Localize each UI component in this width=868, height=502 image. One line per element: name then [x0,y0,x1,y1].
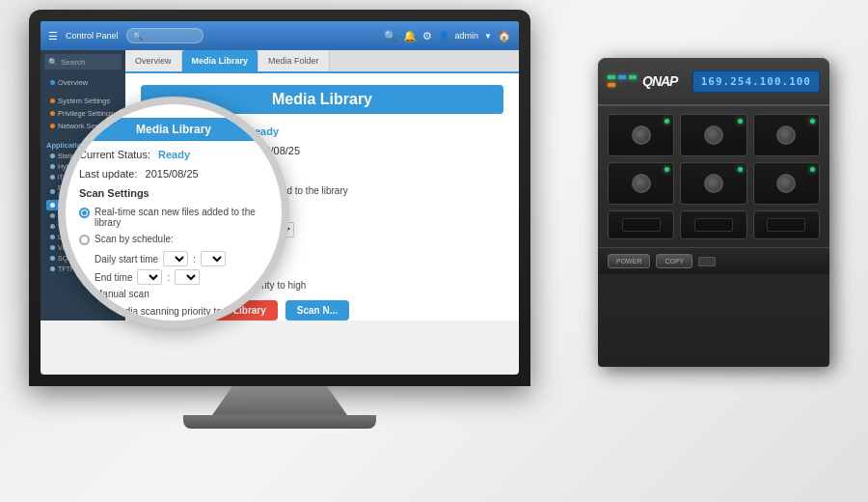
nas-led-hdd [629,75,637,79]
nas-bay-4-knob[interactable] [632,174,651,193]
nas-bay-6-led [810,167,815,172]
admin-label: admin [455,31,479,41]
tab-media-library[interactable]: Media Library [182,50,259,71]
mag-end-hour[interactable]: -- [137,269,162,285]
mag-radio-schedule-btn[interactable] [79,235,90,245]
sidebar-item-overview[interactable]: Overview [46,76,120,89]
nas-bay-4 [608,162,674,205]
nas-bay-2-knob[interactable] [704,126,723,145]
mag-status-value: Ready [158,149,190,160]
nas-bay-6-knob[interactable] [776,174,796,193]
nas-led-lan [618,75,626,79]
mag-update-label: Last update: [79,168,138,180]
nas-led-usb [608,83,615,87]
sidebar-item-system-settings[interactable]: System Settings [46,95,120,107]
nas-bay-4-led [665,167,669,172]
mag-start-hour[interactable]: 00 [163,251,188,266]
nas-copy-button[interactable]: COPY [656,254,692,268]
mag-end-min[interactable]: -- [175,269,200,285]
nas-bay-1 [608,114,674,156]
mag-start-min[interactable]: 00 [201,251,226,266]
mag-realtime-label: Real-time scan new files added to the li… [95,207,268,228]
mag-schedule-label: Scan by schedule: [95,234,174,244]
nas-bay-6 [753,162,820,205]
nas-bay-8 [680,210,746,239]
control-panel-label: Control Panel [66,31,119,41]
nas-drive-tray [622,218,661,232]
sidebar-search-icon: 🔍 [48,58,58,67]
nas-bay-1-led [665,119,669,124]
nas-bay-3 [753,114,820,156]
bell-icon[interactable]: 🔔 [403,30,417,42]
header-search[interactable]: 🔍 [126,28,203,43]
monitor-base [183,415,376,429]
sidebar-search-container[interactable]: 🔍 Search [44,54,122,70]
user-icon[interactable]: 👤 [438,31,449,42]
mag-end-time: End time -- : -- [95,269,268,285]
nas-bay-1-knob[interactable] [632,126,651,145]
nas-top-panel: QNAP 169.254.100.100 [598,58,829,106]
nas-led-status [608,75,615,79]
mag-end-label: End time [95,272,132,283]
tabs-container: Overview Media Library Media Folder [125,50,519,73]
mag-scan-settings: Scan Settings [79,187,268,199]
magnifier-content: Media Library Current Status: Ready Last… [66,104,282,321]
sidebar-search-text: Search [61,58,85,67]
tab-media-folder[interactable]: Media Folder [258,50,330,71]
mag-radio-schedule: Scan by schedule: [79,234,268,245]
nas-power-button[interactable]: POWER [608,254,650,268]
tab-overview[interactable]: Overview [125,50,182,71]
nas-bay-row-2 [608,162,820,205]
nas-usb-port [698,257,716,266]
nas-drive-tray-2 [694,218,733,232]
magnifier: Media Library Current Status: Ready Last… [58,97,289,328]
nas-status-lights [608,75,637,87]
nas-drive-tray-3 [767,218,805,232]
mag-title: Media Library [79,118,268,141]
nas-bay-3-led [810,119,815,124]
nas-body: QNAP 169.254.100.100 [598,58,829,367]
sidebar-section-overview: Overview [41,73,125,92]
nas-drive-bays [598,106,829,247]
nas-bay-row-3 [608,210,820,239]
monitor-stand [212,386,347,415]
chevron-down-icon[interactable]: ▼ [484,32,492,41]
nas-bay-5-knob[interactable] [704,174,723,193]
mag-daily-label: Daily start time [95,254,158,265]
mag-radio-manual: Manual scan [79,289,268,300]
settings-icon[interactable]: ⚙ [422,30,432,42]
nas-bay-2 [680,114,746,156]
nas-bay-5 [680,162,746,205]
mag-radio-realtime-btn[interactable] [79,208,90,218]
mag-update-value: 2015/08/25 [146,168,199,180]
nas-bottom-panel: POWER COPY [598,247,829,274]
nas-bay-7 [608,210,674,239]
app-header: ☰ Control Panel 🔍 🔍 🔔 ⚙ 👤 admin ▼ 🏠 [41,21,519,50]
nas-bay-2-led [738,119,743,124]
header-actions: 🔍 🔔 ⚙ 👤 admin ▼ 🏠 [384,30,511,42]
nas-brand-logo: QNAP [642,73,677,89]
scan-button[interactable]: Scan N... [285,300,349,321]
nas-bay-9 [753,210,820,239]
mag-radio-realtime: Real-time scan new files added to the li… [79,207,268,228]
nas-ip-display: 169.254.100.100 [692,70,820,93]
mag-status-label: Current Status: [79,149,150,160]
mag-manual-label: Manual scan [95,289,149,299]
mag-time-group: Daily start time 00 : 00 End time -- : -… [95,251,268,285]
search-icon: 🔍 [133,32,143,41]
nas-bay-3-knob[interactable] [776,126,796,145]
search-icon[interactable]: 🔍 [384,30,397,42]
mag-status-row: Current Status: Ready [79,149,268,160]
nas-bay-5-led [738,167,743,172]
mag-daily-start: Daily start time 00 : 00 [95,251,268,266]
nas-device: QNAP 169.254.100.100 [598,58,849,405]
home-icon[interactable]: 🏠 [498,30,511,42]
nas-bay-row-1 [608,114,820,156]
mag-update-row: Last update: 2015/08/25 [79,168,268,180]
menu-icon[interactable]: ☰ [48,30,58,42]
